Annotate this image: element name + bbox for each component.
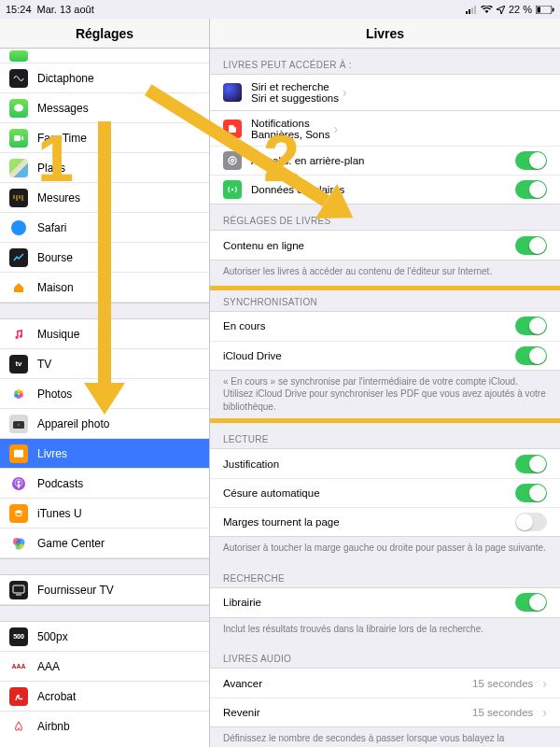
sidebar-item-label: TV xyxy=(37,358,51,371)
status-bar: 15:24 Mar. 13 août 22 % xyxy=(0,0,560,19)
sidebar-item-bourse[interactable]: Bourse xyxy=(0,243,209,273)
section-footer-sync: « En cours » se synchronise par l'interm… xyxy=(210,371,560,419)
row-skip-forward[interactable]: Avancer 15 secondes › xyxy=(210,669,560,698)
row-title: Césure automatique xyxy=(223,487,515,499)
svg-rect-5 xyxy=(538,7,541,12)
app-icon xyxy=(9,50,28,62)
sidebar-item-aaa[interactable]: AAAAAA xyxy=(0,652,209,682)
toggle-reading-now[interactable] xyxy=(515,317,547,335)
svg-rect-1 xyxy=(469,9,470,14)
title-bar: Réglages Livres xyxy=(0,19,560,49)
detail-pane[interactable]: LIVRES PEUT ACCÉDER À : Siri et recherch… xyxy=(210,49,560,747)
sidebar-item-gamecenter[interactable]: Game Center xyxy=(0,529,209,558)
svg-point-35 xyxy=(231,160,234,162)
toggle-margins-turn-page[interactable] xyxy=(515,513,547,531)
detail-title: Livres xyxy=(210,19,560,48)
chevron-right-icon: › xyxy=(343,85,347,100)
refresh-icon xyxy=(223,151,242,170)
row-cellular-data[interactable]: Données cellulaires xyxy=(210,175,560,204)
sidebar-item-tv[interactable]: tvTV xyxy=(0,349,209,379)
sidebar-item-podcasts[interactable]: Podcasts xyxy=(0,469,209,499)
status-date: Mar. 13 août xyxy=(37,4,94,15)
row-title: Notifications xyxy=(251,118,329,129)
sidebar-item-mesures[interactable]: Mesures xyxy=(0,183,209,213)
sidebar-item-photos[interactable]: Photos xyxy=(0,379,209,409)
maps-icon xyxy=(9,159,28,177)
toggle-online-content[interactable] xyxy=(515,236,547,255)
row-icloud-drive[interactable]: iCloud Drive xyxy=(210,341,560,370)
sidebar-item-label: Musique xyxy=(37,328,79,341)
siri-icon xyxy=(223,83,242,102)
toggle-library[interactable] xyxy=(515,593,547,612)
sidebar-item-500px[interactable]: 500500px xyxy=(0,622,209,652)
row-justification[interactable]: Justification xyxy=(210,449,560,478)
sidebar-item-label: Dictaphone xyxy=(37,72,94,85)
svg-point-33 xyxy=(234,123,238,127)
row-title: Justification xyxy=(223,458,515,470)
sidebar-item-label: Safari xyxy=(37,221,66,234)
signal-icon xyxy=(466,6,477,14)
sidebar-item-acrobat[interactable]: Acrobat xyxy=(0,682,209,712)
sidebar-item-label: 500px xyxy=(37,630,68,643)
sidebar-item-itunesu[interactable]: iTunes U xyxy=(0,499,209,529)
sidebar-item-plans[interactable]: Plans xyxy=(0,153,209,183)
status-time: 15:24 xyxy=(6,4,32,15)
toggle-justification[interactable] xyxy=(515,455,547,473)
row-siri[interactable]: Siri et rechercheSiri et suggestions › xyxy=(210,75,560,110)
sidebar-item-label: Bourse xyxy=(37,251,73,264)
stocks-icon xyxy=(9,248,28,267)
row-title: Siri et recherche xyxy=(251,81,339,92)
row-margins-turn-page[interactable]: Marges tournent la page xyxy=(210,507,560,536)
row-subtitle: Bannières, Sons xyxy=(251,129,329,140)
section-footer-reading: Autoriser à toucher la marge gauche ou d… xyxy=(210,537,560,562)
row-library[interactable]: Librairie xyxy=(210,588,560,617)
section-header-access: LIVRES PEUT ACCÉDER À : xyxy=(210,49,560,74)
svg-rect-6 xyxy=(553,7,554,11)
sidebar-item-label: Livres xyxy=(37,447,67,460)
row-title: Marges tournent la page xyxy=(223,516,515,528)
sidebar-item-facetime[interactable]: FaceTime xyxy=(0,123,209,153)
svg-point-36 xyxy=(231,189,233,190)
sidebar-item-livres[interactable]: Livres xyxy=(0,439,209,469)
tv-icon: tv xyxy=(9,355,28,374)
toggle-cellular-data[interactable] xyxy=(515,180,547,199)
sidebar-item-label: Appareil photo xyxy=(37,417,109,430)
music-icon xyxy=(9,325,28,344)
row-background-refresh[interactable]: Actualis. en arrière-plan xyxy=(210,146,560,175)
row-reading-now[interactable]: En cours xyxy=(210,312,560,341)
row-value: 15 secondes xyxy=(472,678,533,689)
battery-percent: 22 % xyxy=(509,4,532,15)
safari-icon xyxy=(9,218,28,237)
svg-rect-2 xyxy=(471,7,473,14)
row-title: Contenu en ligne xyxy=(223,240,515,251)
toggle-background-refresh[interactable] xyxy=(515,151,547,170)
sidebar-item-maison[interactable]: Maison xyxy=(0,273,209,303)
row-skip-back[interactable]: Revenir 15 secondes › xyxy=(210,698,560,726)
sidebar-item-musique[interactable]: Musique xyxy=(0,319,209,349)
toggle-icloud-drive[interactable] xyxy=(515,346,547,365)
settings-sidebar[interactable]: Dictaphone Messages FaceTime Plans Mesur… xyxy=(0,49,210,747)
books-icon xyxy=(9,444,28,463)
tv-provider-icon xyxy=(9,581,28,599)
section-header-book-settings: RÉGLAGES DE LIVRES xyxy=(210,204,560,230)
chevron-right-icon: › xyxy=(542,705,547,720)
row-notifications[interactable]: NotificationsBannières, Sons › xyxy=(210,110,560,146)
sidebar-item[interactable] xyxy=(0,49,209,63)
home-icon xyxy=(9,278,28,297)
sidebar-item-appareil-photo[interactable]: Appareil photo xyxy=(0,409,209,439)
sidebar-item-safari[interactable]: Safari xyxy=(0,213,209,243)
toggle-auto-hyphenation[interactable] xyxy=(515,484,547,502)
sidebar-item-label: iTunes U xyxy=(37,507,82,520)
row-auto-hyphenation[interactable]: Césure automatique xyxy=(210,478,560,507)
sidebar-item-label: Mesures xyxy=(37,191,80,204)
sidebar-item-fournisseur-tv[interactable]: Fournisseur TV xyxy=(0,575,209,605)
sidebar-item-label: Maison xyxy=(37,281,74,294)
acrobat-icon xyxy=(9,687,28,706)
sidebar-item-messages[interactable]: Messages xyxy=(0,93,209,123)
notifications-icon xyxy=(223,120,242,138)
row-online-content[interactable]: Contenu en ligne xyxy=(210,231,560,260)
sidebar-item-dictaphone[interactable]: Dictaphone xyxy=(0,63,209,93)
sidebar-item-airbnb[interactable]: Airbnb xyxy=(0,712,209,741)
sidebar-item-label: Acrobat xyxy=(37,690,76,703)
podcasts-icon xyxy=(9,474,28,493)
